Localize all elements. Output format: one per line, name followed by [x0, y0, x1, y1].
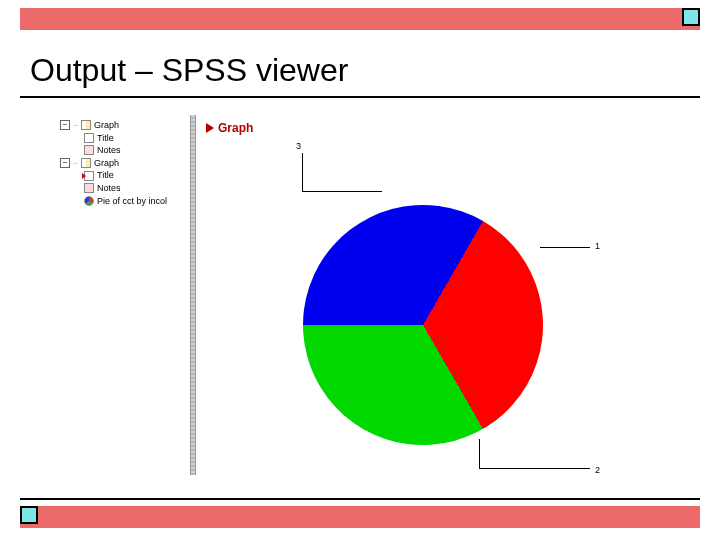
notes-icon: [84, 145, 94, 155]
output-heading-text: Graph: [218, 121, 253, 135]
leader-line: [480, 468, 590, 469]
slide: Output – SPSS viewer − ·· Graph Title No…: [0, 0, 720, 540]
outline-label: Graph: [94, 119, 119, 132]
output-heading: Graph: [206, 121, 600, 135]
leader-line: [302, 153, 303, 191]
outline-label: Graph: [94, 157, 119, 170]
footer-underline: [20, 498, 700, 500]
graph-icon: [81, 158, 91, 168]
output-pane[interactable]: Graph 3 1 2: [196, 115, 610, 475]
title-active-icon: [84, 171, 94, 181]
outline-item-title-1[interactable]: Title: [60, 132, 190, 145]
outline-item-graph-1[interactable]: − ·· Graph: [60, 119, 190, 132]
leader-line: [540, 247, 590, 248]
outline-item-notes-2[interactable]: Notes: [60, 182, 190, 195]
title-icon: [84, 133, 94, 143]
outline-pane[interactable]: − ·· Graph Title Notes − ·· Graph T: [60, 115, 190, 475]
outline-label: Title: [97, 169, 114, 182]
expand-toggle[interactable]: −: [60, 158, 70, 168]
outline-label: Pie of cct by incol: [97, 195, 167, 208]
graph-icon: [81, 120, 91, 130]
outline-item-pie[interactable]: Pie of cct by incol: [60, 195, 190, 208]
arrow-right-icon: [206, 123, 214, 133]
pie-graphic: [303, 205, 543, 445]
outline-item-title-2[interactable]: Title: [60, 169, 190, 182]
slide-title: Output – SPSS viewer: [30, 52, 348, 89]
decor-bar-top: [20, 8, 700, 30]
notes-icon: [84, 183, 94, 193]
expand-toggle[interactable]: −: [60, 120, 70, 130]
title-underline: [20, 96, 700, 98]
leader-line: [302, 191, 382, 192]
slice-label-2: 2: [595, 465, 600, 475]
decor-bar-bottom: [20, 506, 700, 528]
slice-label-1: 1: [595, 241, 600, 251]
pie-icon: [84, 196, 94, 206]
tree-connector-icon: ··: [73, 157, 78, 170]
pie-slices: [259, 161, 587, 489]
outline-item-notes-1[interactable]: Notes: [60, 144, 190, 157]
outline-label: Title: [97, 132, 114, 145]
outline-label: Notes: [97, 182, 121, 195]
pie-chart[interactable]: 3 1 2: [206, 141, 600, 475]
tree-connector-icon: ··: [73, 119, 78, 132]
slice-label-3: 3: [296, 141, 301, 151]
outline-item-graph-2[interactable]: − ·· Graph: [60, 157, 190, 170]
spss-viewer: − ·· Graph Title Notes − ·· Graph T: [60, 115, 610, 475]
outline-label: Notes: [97, 144, 121, 157]
